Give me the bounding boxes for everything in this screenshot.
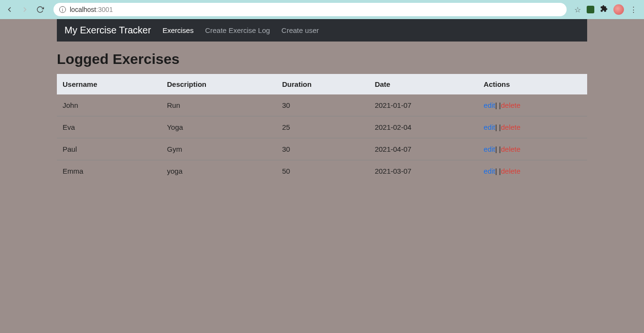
profile-avatar[interactable] xyxy=(613,4,624,15)
url-port: :3001 xyxy=(96,6,113,13)
cell-duration: 25 xyxy=(277,116,369,138)
menu-dots-icon[interactable]: ⋮ xyxy=(630,5,636,14)
cell-description: yoga xyxy=(161,160,276,182)
th-actions: Actions xyxy=(478,74,587,94)
table-row: JohnRun302021-01-07edit| |delete xyxy=(57,94,587,116)
nav-link-exercises[interactable]: Exercises xyxy=(162,26,193,34)
table-header-row: Username Description Duration Date Actio… xyxy=(57,74,587,94)
th-duration: Duration xyxy=(277,74,369,94)
th-date: Date xyxy=(369,74,478,94)
reload-button[interactable] xyxy=(34,4,46,15)
cell-description: Yoga xyxy=(161,116,276,138)
forward-button[interactable] xyxy=(19,4,31,15)
cell-actions: edit| |delete xyxy=(478,138,587,160)
chrome-right: ☆ ⋮ xyxy=(574,4,640,15)
action-separator: | | xyxy=(495,101,501,109)
browser-chrome: i localhost:3001 ☆ ⋮ xyxy=(0,0,644,19)
navbar-brand[interactable]: My Exercise Tracker xyxy=(64,25,151,36)
edit-link[interactable]: edit xyxy=(483,145,495,153)
extension-shield-icon[interactable] xyxy=(587,6,594,13)
back-button[interactable] xyxy=(4,4,15,15)
edit-link[interactable]: edit xyxy=(483,101,495,109)
action-separator: | | xyxy=(495,145,501,153)
delete-link[interactable]: delete xyxy=(501,167,521,175)
edit-link[interactable]: edit xyxy=(483,123,495,131)
cell-username: Paul xyxy=(57,138,161,160)
table-row: EvaYoga252021-02-04edit| |delete xyxy=(57,116,587,138)
nav-link-create-log[interactable]: Create Exercise Log xyxy=(205,26,270,34)
navbar: My Exercise Tracker Exercises Create Exe… xyxy=(57,19,587,42)
url-text: localhost:3001 xyxy=(70,6,113,13)
cell-username: Emma xyxy=(57,160,161,182)
table-row: PaulGym302021-04-07edit| |delete xyxy=(57,138,587,160)
page-viewport: My Exercise Tracker Exercises Create Exe… xyxy=(0,19,644,333)
url-bar[interactable]: i localhost:3001 xyxy=(54,3,567,16)
bookmark-star-icon[interactable]: ☆ xyxy=(574,5,581,14)
delete-link[interactable]: delete xyxy=(501,145,521,153)
cell-duration: 30 xyxy=(277,94,369,116)
cell-duration: 50 xyxy=(277,160,369,182)
info-icon: i xyxy=(59,6,66,13)
th-description: Description xyxy=(161,74,276,94)
cell-date: 2021-04-07 xyxy=(369,138,478,160)
cell-username: Eva xyxy=(57,116,161,138)
exercises-table: Username Description Duration Date Actio… xyxy=(57,74,587,182)
action-separator: | | xyxy=(495,167,501,175)
nav-link-create-user[interactable]: Create user xyxy=(281,26,319,34)
cell-actions: edit| |delete xyxy=(478,94,587,116)
cell-date: 2021-01-07 xyxy=(369,94,478,116)
th-username: Username xyxy=(57,74,161,94)
cell-description: Gym xyxy=(161,138,276,160)
delete-link[interactable]: delete xyxy=(501,123,521,131)
page-title: Logged Exercises xyxy=(57,51,587,67)
edit-link[interactable]: edit xyxy=(483,167,495,175)
extensions-icon[interactable] xyxy=(600,5,608,14)
action-separator: | | xyxy=(495,123,501,131)
cell-duration: 30 xyxy=(277,138,369,160)
delete-link[interactable]: delete xyxy=(501,101,521,109)
cell-description: Run xyxy=(161,94,276,116)
cell-date: 2021-02-04 xyxy=(369,116,478,138)
table-row: Emmayoga502021-03-07edit| |delete xyxy=(57,160,587,182)
cell-actions: edit| |delete xyxy=(478,116,587,138)
cell-username: John xyxy=(57,94,161,116)
cell-actions: edit| |delete xyxy=(478,160,587,182)
cell-date: 2021-03-07 xyxy=(369,160,478,182)
url-host: localhost xyxy=(70,6,96,13)
